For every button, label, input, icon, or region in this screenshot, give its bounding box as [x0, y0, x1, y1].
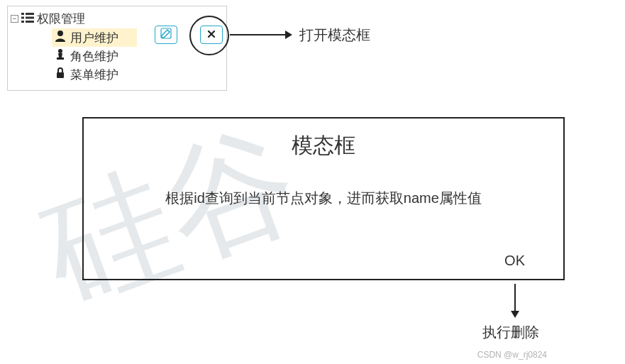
person-icon	[55, 31, 66, 45]
arrow-down-icon	[514, 284, 516, 318]
svg-rect-1	[26, 13, 34, 15]
svg-point-6	[57, 31, 63, 36]
tree-item-role[interactable]: 角色维护	[52, 47, 223, 65]
edit-button[interactable]	[155, 26, 177, 44]
tree-item-label: 角色维护	[70, 48, 118, 65]
svg-point-7	[58, 49, 62, 53]
credit-text: CSDN @w_rj0824	[477, 350, 547, 360]
ok-button[interactable]: OK	[504, 253, 525, 269]
close-icon	[207, 28, 216, 41]
tree-item-user[interactable]: 用户维护	[52, 28, 137, 47]
svg-rect-3	[26, 16, 34, 18]
svg-rect-0	[21, 13, 24, 15]
modal-title: 模态框	[84, 131, 563, 160]
tree-root-node[interactable]: − 权限管理	[11, 11, 223, 27]
tree-item-label: 用户维护	[70, 30, 118, 46]
svg-rect-8	[57, 57, 64, 60]
annotation-execute-delete: 执行删除	[482, 323, 539, 342]
pawn-icon	[55, 49, 66, 63]
lock-icon	[55, 67, 66, 82]
svg-rect-5	[26, 21, 34, 23]
modal-body-text: 根据id查询到当前节点对象，进而获取name属性值	[84, 189, 563, 208]
list-icon	[21, 12, 34, 26]
arrow-right-icon	[230, 34, 294, 35]
annotation-open-modal: 打开模态框	[299, 26, 370, 45]
svg-rect-2	[21, 16, 24, 18]
tree-item-label: 菜单维护	[70, 67, 118, 83]
tree-panel: − 权限管理 用户维护 角色维护 菜单维护	[7, 6, 227, 91]
svg-rect-9	[57, 72, 64, 78]
modal-box: 模态框 根据id查询到当前节点对象，进而获取name属性值 OK	[82, 117, 565, 280]
tree-children: 用户维护 角色维护 菜单维护	[52, 28, 223, 84]
edit-icon	[160, 28, 172, 42]
delete-button[interactable]	[200, 26, 223, 44]
tree-item-menu[interactable]: 菜单维护	[52, 65, 223, 84]
tree-root-label: 权限管理	[37, 11, 85, 27]
collapse-icon[interactable]: −	[11, 15, 18, 23]
svg-rect-4	[21, 21, 24, 23]
svg-rect-10	[161, 28, 171, 38]
